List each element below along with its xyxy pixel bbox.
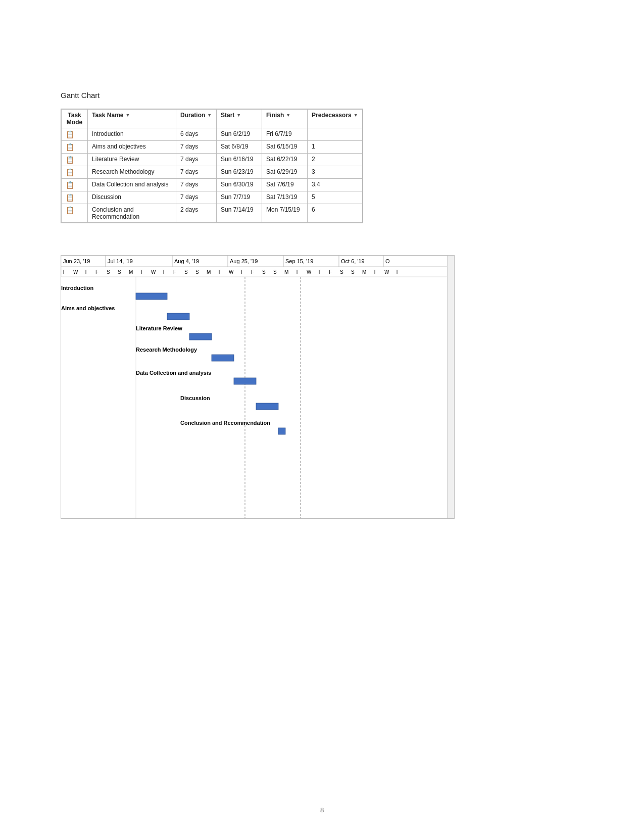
task-label-litreview: Literature Review bbox=[136, 325, 182, 331]
th-task-name-label: Task Name bbox=[92, 112, 123, 119]
day-s8: S bbox=[351, 269, 355, 275]
table-row: 📋Literature Review7 daysSun 6/16/19Sat 6… bbox=[62, 154, 363, 166]
task-name-dropdown-icon[interactable]: ▼ bbox=[125, 113, 130, 118]
finish-cell: Sat 7/13/19 bbox=[262, 191, 308, 204]
gantt-svg: Jun 23, '19 Jul 14, '19 Aug 4, '19 Aug 2… bbox=[61, 256, 448, 518]
task-label-aims: Aims and objectives bbox=[61, 305, 115, 311]
th-finish[interactable]: Finish ▼ bbox=[262, 110, 308, 128]
finish-cell: Sat 6/22/19 bbox=[262, 154, 308, 166]
th-predecessors[interactable]: Predecessors ▼ bbox=[308, 110, 363, 128]
task-mode-cell: 📋 bbox=[62, 141, 88, 154]
duration-cell: 2 days bbox=[176, 204, 217, 223]
day-w5: W bbox=[384, 269, 389, 275]
day-w2: W bbox=[151, 269, 156, 275]
task-label-introduction: Introduction bbox=[61, 285, 93, 291]
task-mode-icon: 📋 bbox=[66, 143, 74, 151]
task-label-conclusion: Conclusion and Recommendation bbox=[180, 420, 270, 426]
table-row: 📋Data Collection and analysis7 daysSun 6… bbox=[62, 179, 363, 191]
predecessors-cell: 6 bbox=[308, 204, 363, 223]
predecessors-dropdown-icon[interactable]: ▼ bbox=[354, 113, 358, 118]
day-m4: M bbox=[362, 269, 366, 275]
month-aug25: Aug 25, '19 bbox=[230, 258, 258, 264]
duration-dropdown-icon[interactable]: ▼ bbox=[207, 113, 212, 118]
task-name-cell: Conclusion and Recommendation bbox=[88, 204, 176, 223]
gantt-bar-conclusion bbox=[278, 428, 285, 434]
day-t2: T bbox=[84, 269, 87, 275]
day-s3: S bbox=[184, 269, 188, 275]
th-start-inner: Start ▼ bbox=[221, 112, 258, 119]
start-cell: Sun 6/16/19 bbox=[217, 154, 262, 166]
finish-dropdown-icon[interactable]: ▼ bbox=[286, 113, 290, 118]
page-title: Gantt Chart bbox=[61, 91, 583, 100]
day-m2: M bbox=[207, 269, 211, 275]
task-label-datacollection: Data Collection and analysis bbox=[136, 370, 211, 376]
start-cell: Sat 6/8/19 bbox=[217, 141, 262, 154]
page-number: 8 bbox=[320, 806, 324, 814]
task-mode-icon: 📋 bbox=[66, 156, 74, 164]
day-t5: T bbox=[218, 269, 221, 275]
day-t3: T bbox=[140, 269, 143, 275]
predecessors-cell: 2 bbox=[308, 154, 363, 166]
gantt-table-wrapper: TaskMode Task Name ▼ Duration ▼ bbox=[61, 109, 363, 223]
duration-cell: 6 days bbox=[176, 128, 217, 141]
day-t4: T bbox=[162, 269, 165, 275]
month-aug4: Aug 4, '19 bbox=[174, 258, 199, 264]
table-row: 📋Aims and objectives7 daysSat 6/8/19Sat … bbox=[62, 141, 363, 154]
task-name-cell: Research Methodology bbox=[88, 166, 176, 179]
day-f2: F bbox=[173, 269, 176, 275]
th-duration-label: Duration bbox=[180, 112, 205, 119]
task-name-cell: Discussion bbox=[88, 191, 176, 204]
th-duration[interactable]: Duration ▼ bbox=[176, 110, 217, 128]
th-task-name[interactable]: Task Name ▼ bbox=[88, 110, 176, 128]
predecessors-cell bbox=[308, 128, 363, 141]
finish-cell: Sat 7/6/19 bbox=[262, 179, 308, 191]
th-task-mode-label: TaskMode bbox=[67, 112, 82, 126]
task-mode-icon: 📋 bbox=[66, 130, 74, 138]
predecessors-cell: 3 bbox=[308, 166, 363, 179]
task-mode-cell: 📋 bbox=[62, 204, 88, 223]
day-s5: S bbox=[262, 269, 266, 275]
th-start[interactable]: Start ▼ bbox=[217, 110, 262, 128]
task-mode-cell: 📋 bbox=[62, 166, 88, 179]
gantt-bar-discussion bbox=[256, 403, 278, 410]
day-f3: F bbox=[251, 269, 254, 275]
predecessors-cell: 3,4 bbox=[308, 179, 363, 191]
day-m3: M bbox=[284, 269, 288, 275]
day-m1: M bbox=[129, 269, 133, 275]
task-name-cell: Data Collection and analysis bbox=[88, 179, 176, 191]
task-mode-icon: 📋 bbox=[66, 193, 74, 202]
day-t1: T bbox=[62, 269, 65, 275]
day-w3: W bbox=[229, 269, 234, 275]
day-f1: F bbox=[95, 269, 98, 275]
th-predecessors-label: Predecessors bbox=[312, 112, 352, 119]
duration-cell: 7 days bbox=[176, 154, 217, 166]
th-duration-inner: Duration ▼ bbox=[180, 112, 212, 119]
start-dropdown-icon[interactable]: ▼ bbox=[236, 113, 241, 118]
predecessors-cell: 5 bbox=[308, 191, 363, 204]
table-row: 📋Introduction6 daysSun 6/2/19Fri 6/7/19 bbox=[62, 128, 363, 141]
task-mode-icon: 📋 bbox=[66, 181, 74, 189]
finish-cell: Sat 6/15/19 bbox=[262, 141, 308, 154]
task-name-cell: Literature Review bbox=[88, 154, 176, 166]
month-jul14: Jul 14, '19 bbox=[108, 258, 133, 264]
scrollbar[interactable] bbox=[447, 256, 454, 518]
month-oct6: Oct 6, '19 bbox=[341, 258, 365, 264]
day-t7: T bbox=[295, 269, 299, 275]
day-s2: S bbox=[118, 269, 121, 275]
month-jun23: Jun 23, '19 bbox=[63, 258, 90, 264]
table-row: 📋Research Methodology7 daysSun 6/23/19Sa… bbox=[62, 166, 363, 179]
table-row: 📋Discussion7 daysSun 7/7/19Sat 7/13/195 bbox=[62, 191, 363, 204]
task-mode-cell: 📋 bbox=[62, 128, 88, 141]
table-row: 📋Conclusion and Recommendation2 daysSun … bbox=[62, 204, 363, 223]
duration-cell: 7 days bbox=[176, 191, 217, 204]
finish-cell: Sat 6/29/19 bbox=[262, 166, 308, 179]
start-cell: Sun 6/30/19 bbox=[217, 179, 262, 191]
day-t9: T bbox=[373, 269, 376, 275]
task-mode-cell: 📋 bbox=[62, 191, 88, 204]
day-s7: S bbox=[340, 269, 343, 275]
gantt-bar-introduction bbox=[136, 293, 167, 300]
gantt-table: TaskMode Task Name ▼ Duration ▼ bbox=[61, 109, 363, 223]
month-o: O bbox=[385, 258, 390, 264]
duration-cell: 7 days bbox=[176, 166, 217, 179]
task-label-methodology: Research Methodology bbox=[136, 347, 197, 353]
